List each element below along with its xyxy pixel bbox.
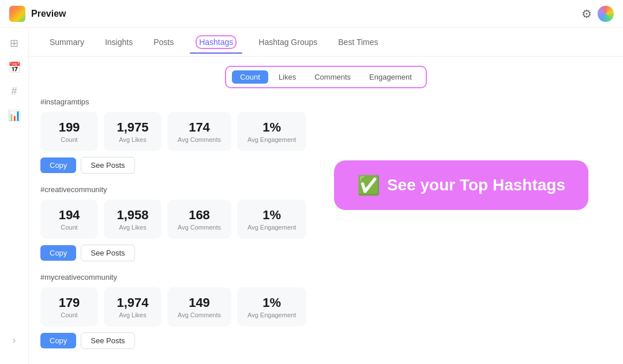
- main-content: Summary Insights Posts Hashtags Hashtag …: [29, 28, 623, 364]
- stat-value-1-comments: 168: [178, 208, 221, 223]
- tab-best-times[interactable]: Best Times: [329, 31, 387, 54]
- stat-label-2-comments: Avg Comments: [178, 312, 221, 318]
- stat-value-1-likes: 1,958: [114, 208, 151, 223]
- gear-icon[interactable]: ⚙: [581, 7, 592, 21]
- stat-card-2-engagement: 1% Avg Engagement: [237, 287, 306, 327]
- stat-value-2-comments: 149: [178, 295, 221, 310]
- stats-row-2: 179 Count 1,974 Avg Likes 149 Avg Commen…: [40, 287, 611, 327]
- see-posts-btn-0[interactable]: See Posts: [81, 157, 134, 174]
- stat-card-0-count: 199 Count: [40, 112, 98, 151]
- hashtags-tab-highlight: Hashtags: [196, 35, 237, 49]
- metric-count-btn[interactable]: Count: [232, 70, 268, 84]
- see-posts-btn-1[interactable]: See Posts: [81, 245, 134, 261]
- calendar-icon[interactable]: 📅: [8, 61, 21, 74]
- hashtag-label-2: #mycreativecommunity: [40, 273, 611, 282]
- stat-label-1-likes: Avg Likes: [114, 224, 151, 231]
- stat-card-0-comments: 174 Avg Comments: [167, 112, 231, 151]
- metric-likes-btn[interactable]: Likes: [271, 70, 304, 84]
- tab-summary[interactable]: Summary: [40, 31, 93, 54]
- app-title: Preview: [31, 9, 66, 19]
- app-logo: [9, 6, 25, 22]
- stat-card-1-comments: 168 Avg Comments: [167, 200, 231, 239]
- stat-value-2-count: 179: [51, 295, 88, 310]
- stat-card-1-likes: 1,958 Avg Likes: [104, 200, 162, 239]
- stat-value-0-count: 199: [51, 120, 88, 135]
- header: Preview ⚙: [0, 0, 623, 28]
- action-row-2: Copy See Posts: [40, 332, 611, 349]
- stat-value-1-count: 194: [51, 208, 88, 223]
- stat-label-1-count: Count: [51, 224, 88, 231]
- copy-btn-0[interactable]: Copy: [40, 157, 76, 173]
- promo-banner: ✅ See your Top Hashtags: [334, 160, 588, 210]
- promo-text: See your Top Hashtags: [387, 176, 565, 194]
- stat-label-1-comments: Avg Comments: [178, 224, 221, 231]
- hashtag-icon[interactable]: #: [11, 85, 17, 97]
- stat-value-2-engagement: 1%: [247, 295, 296, 310]
- header-right: ⚙: [581, 6, 614, 22]
- stat-label-2-likes: Avg Likes: [114, 312, 151, 318]
- stat-label-0-engagement: Avg Engagement: [247, 136, 296, 143]
- stat-label-0-comments: Avg Comments: [178, 136, 221, 143]
- stat-card-2-comments: 149 Avg Comments: [167, 287, 231, 327]
- promo-emoji: ✅: [357, 174, 380, 196]
- stat-card-2-count: 179 Count: [40, 287, 98, 327]
- action-row-1: Copy See Posts: [40, 245, 611, 261]
- stat-value-1-engagement: 1%: [247, 208, 296, 223]
- metric-comments-btn[interactable]: Comments: [306, 70, 359, 84]
- copy-btn-2[interactable]: Copy: [40, 333, 76, 348]
- tab-insights[interactable]: Insights: [96, 31, 142, 54]
- stat-value-0-comments: 174: [178, 120, 221, 135]
- metric-selector-wrapper: Count Likes Comments Engagement: [40, 66, 611, 88]
- content-area: Count Likes Comments Engagement #instagr…: [29, 57, 623, 364]
- stat-value-0-engagement: 1%: [247, 120, 296, 135]
- stat-card-1-engagement: 1% Avg Engagement: [237, 200, 306, 239]
- stat-label-2-engagement: Avg Engagement: [247, 312, 296, 318]
- stat-card-0-engagement: 1% Avg Engagement: [237, 112, 306, 151]
- nav-tabs: Summary Insights Posts Hashtags Hashtag …: [29, 28, 623, 57]
- tab-posts[interactable]: Posts: [144, 31, 183, 54]
- metric-selector: Count Likes Comments Engagement: [225, 66, 427, 88]
- stat-label-0-likes: Avg Likes: [114, 136, 151, 143]
- stat-card-1-count: 194 Count: [40, 200, 98, 239]
- stat-label-1-engagement: Avg Engagement: [247, 224, 296, 231]
- stat-card-0-likes: 1,975 Avg Likes: [104, 112, 162, 151]
- tab-hashtag-groups[interactable]: Hashtag Groups: [249, 31, 326, 54]
- stat-card-2-likes: 1,974 Avg Likes: [104, 287, 162, 327]
- sidebar: ⊞ 📅 # 📊 ›: [0, 28, 29, 364]
- chart-icon[interactable]: 📊: [8, 109, 21, 122]
- hashtag-label-0: #instagramtips: [40, 97, 611, 106]
- stat-value-2-likes: 1,974: [114, 295, 151, 310]
- header-left: Preview: [9, 6, 66, 22]
- stat-value-0-likes: 1,975: [114, 120, 151, 135]
- metric-engagement-btn[interactable]: Engagement: [361, 70, 420, 84]
- stats-row-0: 199 Count 1,975 Avg Likes 174 Avg Commen…: [40, 112, 611, 151]
- collapse-arrow[interactable]: ›: [0, 335, 29, 346]
- hashtag-section-2: #mycreativecommunity 179 Count 1,974 Avg…: [40, 273, 611, 349]
- see-posts-btn-2[interactable]: See Posts: [81, 332, 134, 349]
- stat-label-2-count: Count: [51, 312, 88, 318]
- grid-icon[interactable]: ⊞: [10, 37, 18, 50]
- stat-label-0-count: Count: [51, 136, 88, 143]
- layout: ⊞ 📅 # 📊 › Summary Insights Posts Hashtag…: [0, 28, 623, 364]
- tab-hashtags[interactable]: Hashtags: [185, 31, 247, 54]
- color-wheel-icon[interactable]: [598, 6, 614, 22]
- copy-btn-1[interactable]: Copy: [40, 245, 76, 261]
